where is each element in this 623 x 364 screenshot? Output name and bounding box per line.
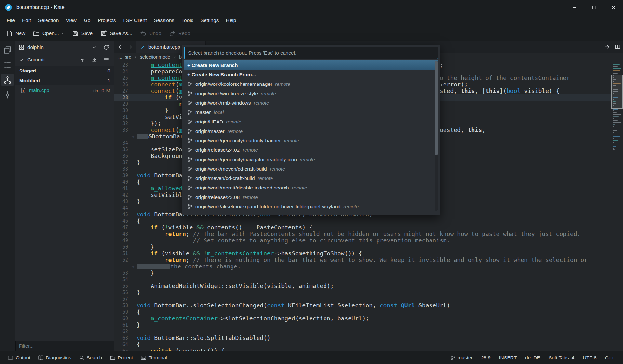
code-line-59[interactable]: 59{ (114, 309, 611, 315)
save-as-button[interactable]: Save As... (97, 28, 136, 39)
panel-button-diagnostics[interactable]: Diagnostics (35, 353, 74, 362)
push-button[interactable] (78, 55, 87, 64)
branch-item[interactable]: origin/work/kcolorschememanagerremote (184, 79, 438, 89)
status-28-9[interactable]: 28:9 (477, 353, 495, 362)
branch-item[interactable]: origin/meven/cd-craft-buildremote (184, 174, 438, 183)
code-line-63[interactable]: 63void BottomBar::slotSplitTabDisabled() (114, 335, 611, 341)
terminal-icon (141, 355, 146, 360)
breadcrumb-item[interactable]: selectionmode (140, 54, 170, 59)
code-line-49[interactable]: 49 // Set contents to anything else to c… (114, 237, 611, 244)
menu-item-lsp-client[interactable]: LSP Client (119, 16, 150, 25)
branch-item[interactable]: origin/masterremote (184, 126, 438, 136)
git-section-modified[interactable]: Modified1 (15, 76, 114, 85)
breadcrumb-item[interactable]: src (125, 54, 131, 59)
sidebar-tool-git[interactable] (1, 74, 14, 86)
minimap[interactable] (611, 61, 623, 351)
create-branch-action[interactable]: + Create New Branch From... (184, 70, 438, 79)
menu-item-tools[interactable]: Tools (178, 16, 197, 25)
menu-item-file[interactable]: File (3, 16, 19, 25)
branch-item[interactable]: origin/work/rmb-windowsremote (184, 98, 438, 108)
branch-item[interactable]: masterlocal (184, 108, 438, 117)
code-line-55[interactable]: 55 AnimatedHeightWidget::setVisible(visi… (114, 283, 611, 289)
branch-search-input[interactable]: Select branch to checkout. Press 'Esc' t… (184, 47, 438, 59)
save-button[interactable]: Save (69, 28, 96, 39)
code-line-58[interactable]: 58void BottomBar::slotSelectionChanged(c… (114, 302, 611, 309)
project-selector[interactable]: dolphin (15, 41, 114, 54)
new-button[interactable]: New (3, 28, 29, 39)
close-button[interactable] (603, 0, 623, 15)
branch-item[interactable]: origin/work/akselmo/expand-folder-on-hov… (184, 202, 438, 211)
sidebar-tool-symbols[interactable] (1, 59, 14, 71)
git-panel: dolphin Commit Staged0Modified1main.cpp+… (15, 41, 114, 351)
code-line-64[interactable]: 64{ (114, 341, 611, 348)
code-line-53[interactable]: 53 } (114, 270, 611, 276)
code-line-50[interactable]: 50 } (114, 244, 611, 250)
status-utf-8[interactable]: UTF-8 (578, 353, 601, 362)
panel-button-output[interactable]: Output (5, 353, 33, 362)
code-line-54[interactable]: 54 (114, 276, 611, 283)
branch-icon (187, 204, 192, 209)
branch-item[interactable]: origin/work/merritt/disable-indexed-sear… (184, 183, 438, 192)
code-line-wrap[interactable]: ↪the contents change. (114, 263, 611, 270)
menu-item-selection[interactable]: Selection (34, 16, 62, 25)
forward-button[interactable] (125, 41, 136, 53)
git-section-staged[interactable]: Staged0 (15, 66, 114, 76)
code-line-62[interactable]: 62 (114, 328, 611, 335)
menu-item-edit[interactable]: Edit (19, 16, 34, 25)
menu-item-view[interactable]: View (62, 16, 80, 25)
code-line-46[interactable]: 46{ (114, 218, 611, 224)
sidebar-tool-documents[interactable] (1, 44, 14, 56)
panel-button-project[interactable]: Project (107, 353, 136, 362)
branch-item[interactable]: origin/work/win-breeze-styleremote (184, 89, 438, 98)
back-button[interactable] (114, 41, 125, 53)
menu-item-go[interactable]: Go (80, 16, 94, 25)
branch-item[interactable]: origin/work/… (184, 211, 438, 213)
status-master[interactable]: master (446, 353, 477, 362)
maximize-button[interactable] (584, 0, 603, 15)
panel-button-terminal[interactable]: Terminal (138, 353, 170, 362)
open-button[interactable]: Open... (30, 28, 68, 39)
branch-item[interactable]: origin/HEADremote (184, 117, 438, 126)
code-line-57[interactable]: 57 (114, 296, 611, 302)
git-file-row[interactable]: main.cpp+5-0M (15, 85, 114, 95)
sidebar-tool-commits[interactable] (1, 89, 14, 101)
scrollbar-thumb[interactable] (435, 61, 438, 155)
project-dropdown-button[interactable] (90, 43, 99, 52)
refresh-button[interactable] (102, 43, 111, 52)
code-line-51[interactable]: 51 if (visible && !m_contentsContainer->… (114, 250, 611, 257)
status-insert[interactable]: INSERT (495, 353, 521, 362)
code-line-48[interactable]: 48 return; // The bar with PasteContents… (114, 231, 611, 237)
filter-input[interactable] (15, 341, 114, 351)
menu-item-settings[interactable]: Settings (197, 16, 222, 25)
code-line-60[interactable]: 60 m_contentsContainer->slotSelectionCha… (114, 315, 611, 322)
code-line-56[interactable]: 56} (114, 289, 611, 296)
git-menu-button[interactable] (102, 55, 111, 64)
branch-item[interactable]: origin/work/meven/cd-craft-buildremote (184, 164, 438, 174)
menu-item-projects[interactable]: Projects (94, 16, 119, 25)
code-line-47[interactable]: 47 if (!visible && contents() == PasteCo… (114, 224, 611, 231)
minimize-button[interactable] (564, 0, 584, 15)
quick-open-button[interactable] (603, 43, 611, 51)
breadcrumb-item[interactable]: ... (118, 54, 122, 59)
branch-item[interactable]: origin/work/genericity/navigator-readonl… (184, 155, 438, 164)
commit-button[interactable]: Commit (27, 57, 45, 63)
branch-item[interactable]: origin/work/genericity/readonly-bannerre… (184, 136, 438, 145)
menu-item-help[interactable]: Help (222, 16, 240, 25)
code-line-61[interactable]: 61} (114, 322, 611, 328)
branch-item[interactable]: origin/release/24.02remote (184, 145, 438, 155)
split-view-button[interactable] (613, 43, 622, 51)
minimap-viewport[interactable] (611, 75, 623, 109)
status-soft-tabs-4[interactable]: Soft Tabs: 4 (544, 353, 578, 362)
code-line-65[interactable]: 65 switch (contents()) { (114, 348, 611, 351)
create-branch-action[interactable]: + Create New Branch (184, 60, 438, 70)
menu-item-sessions[interactable]: Sessions (150, 16, 178, 25)
line-marker (129, 257, 137, 263)
status-c[interactable]: C++ (601, 353, 618, 362)
branch-scope: remote (300, 157, 315, 162)
branch-item[interactable]: origin/release/23.08remote (184, 192, 438, 202)
panel-button-search[interactable]: Search (76, 353, 106, 362)
pull-button[interactable] (90, 55, 99, 64)
code-line-52[interactable]: 52 return; // There is nothing on the ba… (114, 257, 611, 263)
branch-list-scrollbar[interactable] (435, 61, 438, 211)
status-de-de[interactable]: de_DE (521, 353, 544, 362)
